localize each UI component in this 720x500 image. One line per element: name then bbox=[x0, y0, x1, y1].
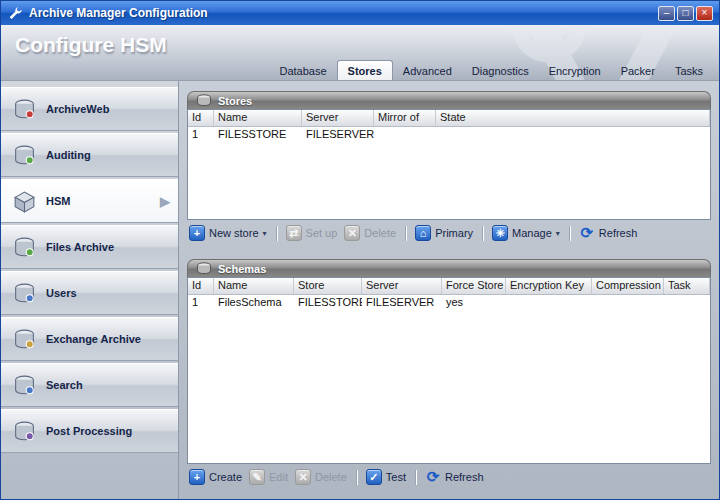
tab-encryption[interactable]: Encryption bbox=[539, 61, 611, 80]
stores-table: IdNameServerMirror ofState 1FILESSTOREFI… bbox=[187, 109, 711, 220]
table-cell bbox=[436, 127, 710, 144]
sidebar-item-auditing[interactable]: Auditing bbox=[1, 133, 178, 177]
tab-database[interactable]: Database bbox=[270, 61, 337, 80]
delete-icon: ✕ bbox=[344, 225, 360, 241]
tab-diagnostics[interactable]: Diagnostics bbox=[462, 61, 539, 80]
column-header-server[interactable]: Server bbox=[362, 278, 442, 294]
column-header-store[interactable]: Store bbox=[294, 278, 362, 294]
toolbar-button-label: Delete bbox=[364, 227, 396, 239]
toolbar-button-label: Primary bbox=[435, 227, 473, 239]
sidebar-item-files-archive[interactable]: Files Archive bbox=[1, 225, 178, 269]
column-header-force-store[interactable]: Force Store bbox=[442, 278, 506, 294]
tab-advanced[interactable]: Advanced bbox=[393, 61, 462, 80]
maximize-button[interactable]: □ bbox=[677, 6, 694, 21]
stores-column-headers: IdNameServerMirror ofState bbox=[188, 110, 710, 127]
table-cell: FILESERVER bbox=[362, 295, 442, 312]
toolbar-separator bbox=[276, 226, 277, 241]
disk-stack-icon bbox=[196, 262, 212, 275]
hsm-icon bbox=[11, 188, 38, 215]
sidebar-item-label: HSM bbox=[46, 195, 144, 208]
table-cell: 1 bbox=[188, 295, 214, 312]
refresh-button[interactable]: ⟳Refresh bbox=[425, 469, 484, 485]
column-header-task[interactable]: Task bbox=[664, 278, 710, 294]
primary-button[interactable]: ⌂Primary bbox=[415, 225, 473, 241]
sidebar-item-label: ArchiveWeb bbox=[46, 103, 144, 116]
column-header-mirror-of[interactable]: Mirror of bbox=[374, 110, 436, 126]
window-title: Archive Manager Configuration bbox=[29, 6, 208, 20]
table-cell: FILESERVER bbox=[302, 127, 374, 144]
schemas-table-body[interactable]: 1FilesSchemaFILESSTOREFILESERVERyes bbox=[188, 295, 710, 463]
check-icon: ✓ bbox=[366, 469, 382, 485]
test-button[interactable]: ✓Test bbox=[366, 469, 406, 485]
manage-icon: ✳ bbox=[492, 225, 508, 241]
toolbar-button-label: Refresh bbox=[445, 471, 484, 483]
sidebar-item-label: Post Processing bbox=[46, 425, 144, 438]
toolbar-button-label: Set up bbox=[306, 227, 338, 239]
body: ArchiveWebAuditingHSM▶Files ArchiveUsers… bbox=[1, 81, 719, 499]
column-header-name[interactable]: Name bbox=[214, 110, 302, 126]
create-button[interactable]: +Create bbox=[189, 469, 242, 485]
toolbar-separator bbox=[405, 226, 406, 241]
toolbar-separator bbox=[415, 470, 416, 485]
table-row[interactable]: 1FILESSTOREFILESERVER bbox=[188, 127, 710, 144]
schemas-panel-title: Schemas bbox=[218, 263, 266, 275]
main-content: Stores IdNameServerMirror ofState 1FILES… bbox=[179, 81, 719, 499]
table-cell: 1 bbox=[188, 127, 214, 144]
auditing-icon bbox=[11, 143, 38, 168]
close-button[interactable]: × bbox=[696, 6, 713, 21]
selected-arrow-icon: ▶ bbox=[160, 194, 170, 209]
column-header-compression[interactable]: Compression bbox=[592, 278, 664, 294]
sidebar-item-label: Exchange Archive bbox=[46, 333, 144, 346]
refresh-icon: ⟳ bbox=[579, 225, 595, 241]
manage-button[interactable]: ✳Manage▾ bbox=[492, 225, 560, 241]
sidebar-item-search[interactable]: Search bbox=[1, 363, 178, 407]
sidebar-item-exchange-archive[interactable]: Exchange Archive bbox=[1, 317, 178, 361]
exchange-archive-icon bbox=[11, 327, 38, 352]
table-cell bbox=[374, 127, 436, 144]
table-row[interactable]: 1FilesSchemaFILESSTOREFILESERVERyes bbox=[188, 295, 710, 312]
table-cell: FILESSTORE bbox=[214, 127, 302, 144]
chevron-down-icon[interactable]: ▾ bbox=[556, 229, 560, 238]
tab-stores[interactable]: Stores bbox=[337, 60, 393, 80]
table-cell: FilesSchema bbox=[214, 295, 294, 312]
column-header-id[interactable]: Id bbox=[188, 278, 214, 294]
stores-panel-title: Stores bbox=[218, 95, 252, 107]
page-title: Configure HSM bbox=[15, 33, 167, 57]
window-controls: – □ × bbox=[658, 6, 713, 21]
sidebar: ArchiveWebAuditingHSM▶Files ArchiveUsers… bbox=[1, 81, 179, 499]
sidebar-item-users[interactable]: Users bbox=[1, 271, 178, 315]
home-icon: ⌂ bbox=[415, 225, 431, 241]
sidebar-item-hsm[interactable]: HSM▶ bbox=[1, 179, 178, 223]
column-header-id[interactable]: Id bbox=[188, 110, 214, 126]
sidebar-item-post-processing[interactable]: Post Processing bbox=[1, 409, 178, 453]
column-header-encryption-key[interactable]: Encryption Key bbox=[506, 278, 592, 294]
chevron-down-icon[interactable]: ▾ bbox=[263, 229, 267, 238]
tab-packer[interactable]: Packer bbox=[611, 61, 665, 80]
archiveweb-icon bbox=[11, 97, 38, 122]
sidebar-item-archiveweb[interactable]: ArchiveWeb bbox=[1, 87, 178, 131]
stores-panel-header: Stores bbox=[187, 91, 711, 109]
users-icon bbox=[11, 281, 38, 306]
table-cell: yes bbox=[442, 295, 506, 312]
toolbar-button-label: New store bbox=[209, 227, 259, 239]
toolbar-separator bbox=[356, 470, 357, 485]
column-header-server[interactable]: Server bbox=[302, 110, 374, 126]
refresh-button[interactable]: ⟳Refresh bbox=[579, 225, 638, 241]
toolbar-button-label: Refresh bbox=[599, 227, 638, 239]
post-processing-icon bbox=[11, 419, 38, 444]
toolbar-button-label: Delete bbox=[315, 471, 347, 483]
sidebar-item-label: Users bbox=[46, 287, 144, 300]
column-header-state[interactable]: State bbox=[436, 110, 710, 126]
tab-bar: DatabaseStoresAdvancedDiagnosticsEncrypt… bbox=[270, 60, 714, 80]
sidebar-item-label: Auditing bbox=[46, 149, 144, 162]
sidebar-item-label: Files Archive bbox=[46, 241, 144, 254]
edit-button: ✎Edit bbox=[249, 469, 288, 485]
tab-tasks[interactable]: Tasks bbox=[665, 61, 713, 80]
column-header-name[interactable]: Name bbox=[214, 278, 294, 294]
setup-icon: ⇄ bbox=[286, 225, 302, 241]
minimize-button[interactable]: – bbox=[658, 6, 675, 21]
titlebar: Archive Manager Configuration – □ × bbox=[1, 1, 719, 25]
new-store-button[interactable]: +New store▾ bbox=[189, 225, 267, 241]
stores-table-body[interactable]: 1FILESSTOREFILESERVER bbox=[188, 127, 710, 219]
table-cell: FILESSTORE bbox=[294, 295, 362, 312]
